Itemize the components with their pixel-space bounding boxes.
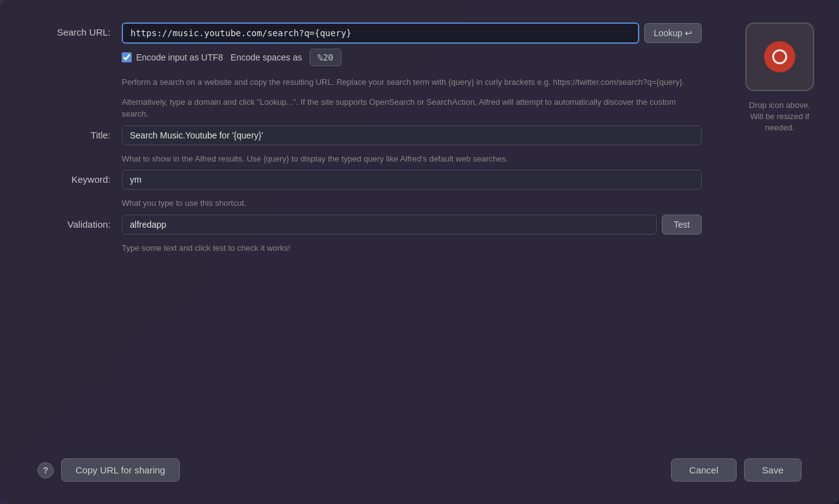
search-url-input-row: Lookup ↩ xyxy=(122,22,702,44)
keyword-description: What you type to use this shortcut. xyxy=(122,197,702,210)
search-url-content: Lookup ↩ Encode input as UTF8 Encode spa… xyxy=(122,22,702,120)
keyword-row: Keyword: What you type to use this short… xyxy=(37,170,702,210)
validation-description: Type some text and click test to check i… xyxy=(122,242,702,254)
title-content: What to show in the Alfred results. Use … xyxy=(122,125,702,165)
search-url-row: Search URL: Lookup ↩ Encode input as UTF… xyxy=(37,22,702,120)
keyword-label: Keyword: xyxy=(37,170,122,185)
save-button[interactable]: Save xyxy=(744,458,802,482)
encode-row: Encode input as UTF8 Encode spaces as %2… xyxy=(122,49,702,66)
validation-label: Validation: xyxy=(37,215,122,230)
icon-drop-area: Drop icon above. Will be resized if need… xyxy=(745,22,814,134)
encode-spaces-label: Encode spaces as xyxy=(230,52,302,62)
validation-input-row: Test xyxy=(122,215,702,235)
search-url-label: Search URL: xyxy=(37,22,122,37)
keyword-input[interactable] xyxy=(122,170,702,190)
keyword-content: What you type to use this shortcut. xyxy=(122,170,702,210)
title-input[interactable] xyxy=(122,125,702,145)
validation-content: Test Type some text and click test to ch… xyxy=(122,215,702,254)
footer-right: Cancel Save xyxy=(671,458,802,482)
encode-spaces-value: %20 xyxy=(310,49,341,66)
encode-utf8-label[interactable]: Encode input as UTF8 xyxy=(122,52,223,62)
encode-utf8-text: Encode input as UTF8 xyxy=(136,52,223,62)
validation-input[interactable] xyxy=(122,215,657,235)
dialog: Search URL: Lookup ↩ Encode input as UTF… xyxy=(0,0,839,504)
footer-left: ? Copy URL for sharing xyxy=(37,458,180,482)
title-description: What to show in the Alfred results. Use … xyxy=(122,153,702,165)
test-button[interactable]: Test xyxy=(662,215,702,235)
search-description-2: Alternatively, type a domain and click "… xyxy=(122,96,702,120)
help-button[interactable]: ? xyxy=(37,462,54,478)
search-url-input[interactable] xyxy=(122,22,639,44)
search-description-1: Perform a search on a website and copy t… xyxy=(122,76,702,89)
icon-box[interactable] xyxy=(745,22,814,91)
encode-utf8-checkbox[interactable] xyxy=(122,52,132,62)
title-row: Title: What to show in the Alfred result… xyxy=(37,125,702,165)
copy-url-button[interactable]: Copy URL for sharing xyxy=(61,458,180,482)
cancel-button[interactable]: Cancel xyxy=(671,458,737,482)
title-label: Title: xyxy=(37,125,122,140)
drop-icon-text: Drop icon above. Will be resized if need… xyxy=(745,100,814,134)
main-content: Search URL: Lookup ↩ Encode input as UTF… xyxy=(37,22,802,446)
footer: ? Copy URL for sharing Cancel Save xyxy=(37,446,802,482)
icon-preview xyxy=(764,41,795,72)
lookup-button[interactable]: Lookup ↩ xyxy=(644,23,702,43)
validation-row: Validation: Test Type some text and clic… xyxy=(37,215,702,254)
